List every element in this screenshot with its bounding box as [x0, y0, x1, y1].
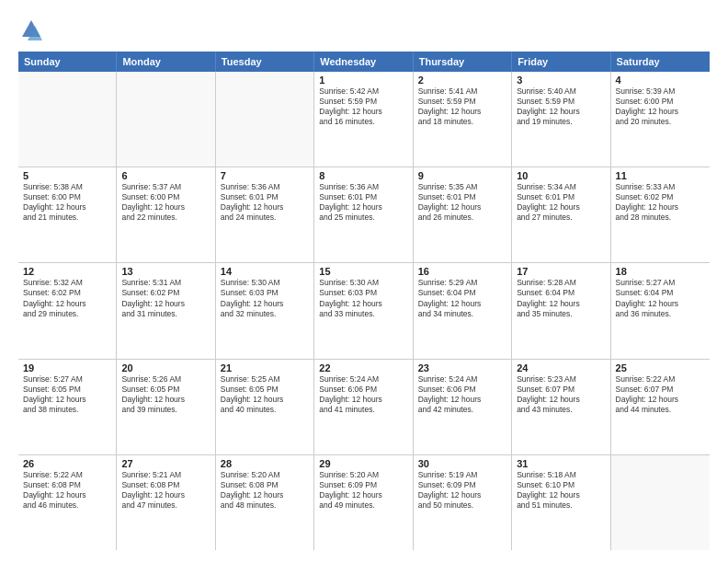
cell-line: Sunrise: 5:28 AM [517, 278, 605, 288]
cell-line: and 48 minutes. [221, 500, 309, 511]
cell-line: Sunrise: 5:24 AM [418, 374, 506, 385]
cell-line: Sunset: 6:08 PM [121, 480, 210, 490]
cell-line: Sunrise: 5:21 AM [121, 470, 210, 480]
cell-line: Sunset: 6:07 PM [517, 385, 605, 395]
cell-line: Sunset: 6:02 PM [23, 288, 111, 298]
cell-line: Sunrise: 5:36 AM [319, 182, 407, 192]
cell-line: Daylight: 12 hours [616, 107, 705, 117]
cell-line: Sunset: 6:00 PM [23, 192, 111, 202]
logo [18, 17, 48, 42]
cell-line: and 43 minutes. [517, 405, 605, 415]
day-number: 4 [616, 75, 705, 86]
cell-line: Sunrise: 5:24 AM [319, 374, 407, 385]
cell-line: Sunset: 6:09 PM [319, 480, 407, 490]
cell-line: and 27 minutes. [517, 213, 605, 223]
cell-line: Sunrise: 5:22 AM [23, 470, 111, 480]
cell-line: Sunrise: 5:31 AM [121, 278, 210, 288]
cal-cell: 19Sunrise: 5:27 AMSunset: 6:05 PMDayligh… [18, 360, 117, 454]
cell-line: Sunrise: 5:27 AM [23, 374, 111, 385]
cell-line: Daylight: 12 hours [517, 490, 605, 500]
cell-line: and 18 minutes. [418, 117, 506, 127]
cell-line: Sunset: 6:09 PM [418, 480, 506, 490]
cal-cell: 1Sunrise: 5:42 AMSunset: 5:59 PMDaylight… [314, 72, 413, 167]
cell-line: Daylight: 12 hours [418, 299, 506, 309]
cal-cell: 11Sunrise: 5:33 AMSunset: 6:02 PMDayligh… [611, 167, 710, 262]
cell-line: Daylight: 12 hours [418, 107, 506, 117]
day-number: 20 [121, 362, 210, 373]
cell-line: Sunrise: 5:41 AM [418, 86, 506, 97]
cell-line: Sunset: 6:01 PM [221, 192, 309, 202]
day-number: 15 [319, 266, 407, 277]
cal-cell: 7Sunrise: 5:36 AMSunset: 6:01 PMDaylight… [216, 167, 314, 262]
day-number: 22 [319, 362, 407, 373]
cell-line: Sunrise: 5:22 AM [616, 374, 705, 385]
cell-line: Daylight: 12 hours [616, 395, 705, 405]
cal-cell: 23Sunrise: 5:24 AMSunset: 6:06 PMDayligh… [414, 360, 512, 454]
day-number: 13 [121, 266, 210, 277]
cal-cell: 30Sunrise: 5:19 AMSunset: 6:09 PMDayligh… [414, 455, 512, 550]
cell-line: and 50 minutes. [418, 500, 506, 511]
cell-line: and 41 minutes. [319, 405, 407, 415]
cal-cell: 5Sunrise: 5:38 AMSunset: 6:00 PMDaylight… [18, 167, 117, 262]
cell-line: Sunset: 6:01 PM [319, 192, 407, 202]
cell-line: Sunrise: 5:40 AM [517, 86, 605, 97]
cell-line: Sunrise: 5:39 AM [616, 86, 705, 97]
day-number: 12 [23, 266, 111, 277]
cell-line: and 47 minutes. [121, 500, 210, 511]
cell-line: Daylight: 12 hours [121, 299, 210, 309]
cell-line: and 19 minutes. [517, 117, 605, 127]
cell-line: Daylight: 12 hours [517, 202, 605, 213]
cal-cell: 25Sunrise: 5:22 AMSunset: 6:07 PMDayligh… [611, 360, 710, 454]
day-number: 6 [121, 170, 210, 181]
cell-line: Daylight: 12 hours [517, 107, 605, 117]
cell-line: Sunrise: 5:35 AM [418, 182, 506, 192]
cell-line: and 24 minutes. [221, 213, 309, 223]
cal-cell: 20Sunrise: 5:26 AMSunset: 6:05 PMDayligh… [117, 360, 215, 454]
cell-line: Sunset: 6:00 PM [121, 192, 210, 202]
cal-cell: 2Sunrise: 5:41 AMSunset: 5:59 PMDaylight… [414, 72, 512, 167]
cal-cell [216, 72, 314, 167]
cell-line: and 20 minutes. [616, 117, 705, 127]
cell-line: and 32 minutes. [221, 309, 309, 319]
cell-line: and 16 minutes. [319, 117, 407, 127]
calendar: SundayMondayTuesdayWednesdayThursdayFrid… [18, 52, 710, 550]
cal-cell: 21Sunrise: 5:25 AMSunset: 6:05 PMDayligh… [216, 360, 314, 454]
day-number: 21 [221, 362, 309, 373]
cell-line: Sunrise: 5:19 AM [418, 470, 506, 480]
cell-line: Sunrise: 5:34 AM [517, 182, 605, 192]
cell-line: and 21 minutes. [23, 213, 111, 223]
header [18, 17, 710, 42]
calendar-row-2: 12Sunrise: 5:32 AMSunset: 6:02 PMDayligh… [18, 263, 710, 359]
cell-line: Sunrise: 5:38 AM [23, 182, 111, 192]
cell-line: Daylight: 12 hours [319, 299, 407, 309]
cell-line: and 29 minutes. [23, 309, 111, 319]
cell-line: Daylight: 12 hours [418, 490, 506, 500]
cal-cell: 29Sunrise: 5:20 AMSunset: 6:09 PMDayligh… [314, 455, 413, 550]
cell-line: and 46 minutes. [23, 500, 111, 511]
cell-line: and 39 minutes. [121, 405, 210, 415]
cell-line: Sunset: 6:02 PM [121, 288, 210, 298]
cell-line: Sunset: 6:10 PM [517, 480, 605, 490]
cell-line: Daylight: 12 hours [517, 395, 605, 405]
cal-cell: 31Sunrise: 5:18 AMSunset: 6:10 PMDayligh… [512, 455, 610, 550]
day-number: 18 [616, 266, 705, 277]
cell-line: and 40 minutes. [221, 405, 309, 415]
day-number: 29 [319, 458, 407, 469]
cell-line: Sunrise: 5:18 AM [517, 470, 605, 480]
cell-line: Daylight: 12 hours [23, 299, 111, 309]
cell-line: Sunset: 6:08 PM [221, 480, 309, 490]
cal-cell: 13Sunrise: 5:31 AMSunset: 6:02 PMDayligh… [117, 263, 215, 358]
cell-line: and 26 minutes. [418, 213, 506, 223]
cell-line: Sunrise: 5:36 AM [221, 182, 309, 192]
cell-line: Sunset: 6:01 PM [517, 192, 605, 202]
cell-line: and 22 minutes. [121, 213, 210, 223]
cell-line: Daylight: 12 hours [221, 202, 309, 213]
cal-cell: 18Sunrise: 5:27 AMSunset: 6:04 PMDayligh… [611, 263, 710, 358]
cell-line: Sunrise: 5:32 AM [23, 278, 111, 288]
day-number: 30 [418, 458, 506, 469]
cell-line: Sunset: 6:04 PM [517, 288, 605, 298]
cell-line: Sunset: 6:05 PM [121, 385, 210, 395]
cal-cell [611, 455, 710, 550]
cal-cell: 4Sunrise: 5:39 AMSunset: 6:00 PMDaylight… [611, 72, 710, 167]
cell-line: and 36 minutes. [616, 309, 705, 319]
